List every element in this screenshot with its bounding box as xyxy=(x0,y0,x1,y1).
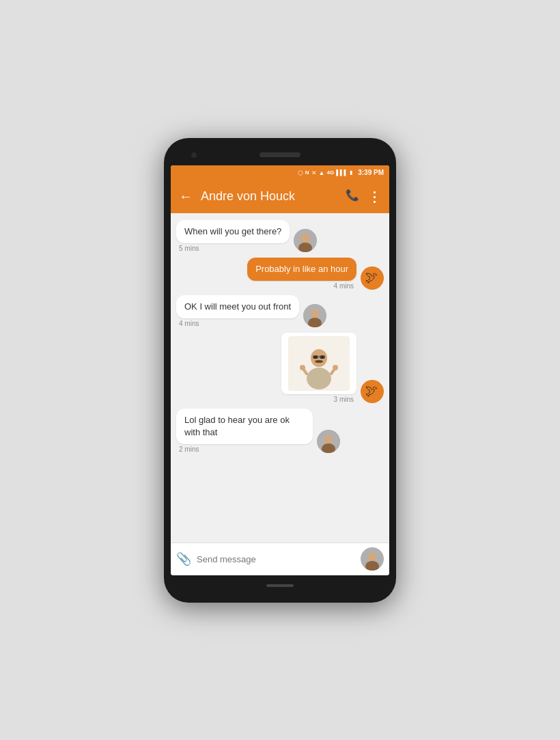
mute-icon: ✕ xyxy=(311,169,317,176)
sticker-bubble-wrap: 3 mins xyxy=(281,333,356,403)
message-time: 4 mins xyxy=(331,282,356,290)
contact-name: Andre von Houck xyxy=(201,189,337,204)
table-row: When will you get there? 5 mins xyxy=(176,220,384,252)
message-bubble: When will you get there? xyxy=(176,220,290,243)
wifi-icon: ▲ xyxy=(319,169,325,176)
attach-icon[interactable]: 📎 xyxy=(176,551,191,566)
sender-avatar-svg xyxy=(361,547,384,571)
message-time: 3 mins xyxy=(331,396,356,403)
avatar xyxy=(294,229,317,252)
lte-icon: 4G xyxy=(327,169,335,176)
message-bubble: OK I will meet you out front xyxy=(176,295,299,318)
more-menu-button[interactable]: ⋮ xyxy=(367,189,381,205)
avatar xyxy=(317,430,340,453)
message-text: When will you get there? xyxy=(184,226,281,236)
phone-top-decoration xyxy=(171,148,389,163)
back-button[interactable]: ← xyxy=(179,189,193,204)
phone-screen: ⬡ N ✕ ▲ 4G ▌▌▌ ▮ 3:39 PM ← Andre von Hou… xyxy=(171,165,389,575)
table-row: Lol glad to hear you are ok with that 2 … xyxy=(176,409,384,453)
svg-point-23 xyxy=(324,435,333,443)
svg-point-6 xyxy=(311,310,319,318)
call-button[interactable]: 📞 xyxy=(346,189,359,205)
home-indicator xyxy=(266,584,294,587)
message-time: 2 mins xyxy=(176,446,313,453)
message-input[interactable] xyxy=(197,554,355,564)
svg-rect-15 xyxy=(313,355,318,359)
sent-avatar-svg: 🕊 xyxy=(363,383,381,400)
message-bubble: Probably in like an hour xyxy=(247,258,356,281)
phone-device: ⬡ N ✕ ▲ 4G ▌▌▌ ▮ 3:39 PM ← Andre von Hou… xyxy=(164,138,396,603)
message-bubble-wrap: Probably in like an hour 4 mins xyxy=(247,258,356,290)
svg-point-26 xyxy=(368,553,376,561)
send-avatar xyxy=(361,547,384,571)
battery-icon: ▮ xyxy=(350,169,352,176)
message-text: Probably in like an hour xyxy=(255,264,348,274)
avatar: 🕊 xyxy=(361,266,384,290)
app-bar-actions: 📞 ⋮ xyxy=(346,189,381,205)
message-text: OK I will meet you out front xyxy=(184,301,291,312)
svg-text:🕊: 🕊 xyxy=(365,384,378,398)
avatar xyxy=(303,304,326,327)
compose-bar: 📎 xyxy=(171,543,389,575)
svg-point-19 xyxy=(300,365,305,370)
table-row: 🕊 xyxy=(176,333,384,403)
table-row: 🕊 Probably in like an hour 4 mins xyxy=(176,258,384,290)
phone-speaker xyxy=(260,152,300,157)
contact-avatar-svg xyxy=(294,229,317,252)
avatar: 🕊 xyxy=(361,380,384,403)
message-bubble: Lol glad to hear you are ok with that xyxy=(176,409,313,444)
signal-icon: ▌▌▌ xyxy=(336,169,348,176)
contact-avatar-svg xyxy=(317,430,340,453)
status-time: 3:39 PM xyxy=(358,169,384,176)
message-time: 5 mins xyxy=(176,245,290,252)
svg-point-10 xyxy=(307,368,331,389)
status-bar: ⬡ N ✕ ▲ 4G ▌▌▌ ▮ 3:39 PM xyxy=(171,165,389,180)
svg-text:🕊: 🕊 xyxy=(365,271,378,284)
table-row: OK I will meet you out front 4 mins xyxy=(176,295,384,327)
contact-avatar-svg xyxy=(303,304,326,327)
sent-avatar-svg: 🕊 xyxy=(363,269,381,287)
message-bubble-wrap: When will you get there? 5 mins xyxy=(176,220,290,252)
message-time: 4 mins xyxy=(176,320,299,327)
sticker-svg xyxy=(288,336,350,391)
message-bubble-wrap: OK I will meet you out front 4 mins xyxy=(176,295,299,327)
app-bar: ← Andre von Houck 📞 ⋮ xyxy=(171,180,389,213)
sticker-bubble xyxy=(281,333,356,394)
svg-rect-16 xyxy=(320,355,325,359)
svg-point-21 xyxy=(333,365,338,370)
nfc-icon: N xyxy=(305,169,309,176)
phone-bottom-bar xyxy=(171,578,389,593)
svg-point-3 xyxy=(301,234,309,243)
status-icons: ⬡ N ✕ ▲ 4G ▌▌▌ ▮ xyxy=(298,169,352,176)
messages-area: When will you get there? 5 mins xyxy=(171,213,389,543)
bluetooth-icon: ⬡ xyxy=(298,169,303,176)
message-bubble-wrap: Lol glad to hear you are ok with that 2 … xyxy=(176,409,313,453)
svg-point-12 xyxy=(315,360,323,363)
phone-camera xyxy=(191,152,197,158)
message-text: Lol glad to hear you are ok with that xyxy=(184,415,290,437)
